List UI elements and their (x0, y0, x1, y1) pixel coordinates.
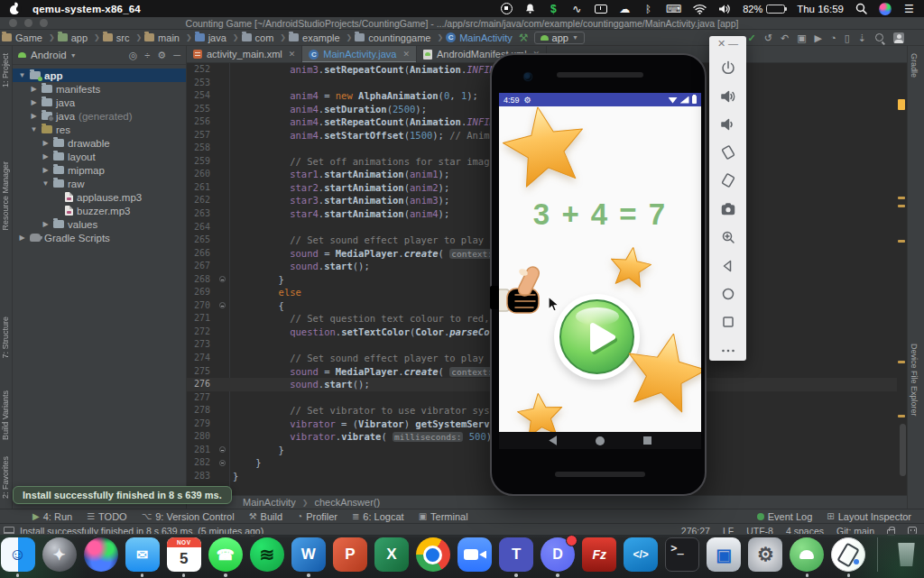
tab-MainActivity-java[interactable]: CMainActivity.java✕ (302, 46, 417, 62)
build-hammer-icon[interactable]: ⚒ (519, 32, 529, 44)
close-icon[interactable]: ✕ (402, 50, 410, 59)
toolwindow-button-terminal[interactable]: ▣Terminal (419, 511, 468, 522)
run-tool-button[interactable]: ▶ (815, 32, 822, 44)
dock-item-android-emulator[interactable] (831, 537, 866, 577)
breadcrumb-item-main[interactable]: main❯ (144, 32, 192, 43)
screen-record-icon[interactable] (501, 2, 513, 16)
tree-item-applause-mp3[interactable]: applause.mp3 (13, 190, 186, 204)
volume-up-button[interactable] (720, 88, 736, 105)
more-options-button[interactable] (720, 343, 736, 359)
dock-item-mail[interactable]: ✉ (125, 537, 160, 577)
breadcrumb-item-Game[interactable]: Game❯ (2, 32, 55, 43)
battery-indicator[interactable]: 82% (743, 4, 785, 14)
dock-item-terminal[interactable]: >_ (665, 537, 700, 577)
dock-item-excel[interactable]: X (374, 537, 409, 577)
apple-logo-icon[interactable] (9, 4, 20, 14)
dock-item-discord[interactable]: D (541, 537, 576, 577)
display-windows-icon[interactable] (595, 2, 607, 16)
commit-button[interactable]: ✓ (748, 32, 756, 44)
tree-item-mipmap[interactable]: ▶mipmap (13, 163, 186, 177)
breadcrumb-method[interactable]: checkAnswer() (314, 497, 380, 508)
phone-side-button[interactable] (490, 286, 499, 309)
error-stripe[interactable] (897, 63, 907, 495)
dock-item-calendar[interactable]: NOV5 (166, 537, 201, 577)
tree-item-drawable[interactable]: ▶drawable (13, 136, 186, 150)
breadcrumb-item-app[interactable]: app❯ (58, 32, 100, 43)
tree-item-values[interactable]: ▶values (13, 217, 186, 231)
emulator-close-button[interactable]: ✕ (717, 39, 725, 49)
menubar-app-name[interactable]: qemu-system-x86_64 (32, 4, 141, 14)
sync-gradle-button[interactable]: ⇣ (858, 32, 866, 44)
toolwindow-button-inspector[interactable]: ⊞Layout Inspector (827, 511, 911, 522)
tree-item-res[interactable]: ▼res (13, 123, 186, 136)
fold-marker-icon[interactable] (219, 446, 226, 453)
history-button[interactable]: ↺ (764, 32, 772, 44)
spotlight-search-icon[interactable] (855, 2, 867, 16)
profiler-button[interactable]: ◔ (830, 32, 836, 43)
emulator-minimize-button[interactable]: — (728, 39, 738, 49)
zoom-in-button[interactable] (720, 229, 736, 245)
breadcrumb-item-com[interactable]: com❯ (242, 32, 286, 43)
toolwindow-stripe-gradle[interactable]: Gradle (910, 53, 919, 78)
toolwindow-button-build[interactable]: ⚒Build (249, 511, 282, 522)
dock-item-virtualbox[interactable]: ▣ (707, 537, 742, 577)
volume-down-button[interactable] (720, 116, 736, 133)
volume-icon[interactable] (718, 2, 731, 16)
siri-icon[interactable] (879, 3, 892, 15)
dock-item-system-preferences[interactable]: ⚙ (748, 537, 783, 577)
rollback-button[interactable]: ↶ (781, 32, 789, 44)
dock-item-filezilla[interactable]: Fz (582, 537, 617, 577)
toolwindow-button-eventlog[interactable]: Event Log (757, 511, 813, 522)
toolwindow-stripe-1-project[interactable]: 1: Project (1, 53, 10, 87)
toolwindow-stripe-7-structure[interactable]: 7: Structure (1, 317, 10, 359)
rotate-left-button[interactable] (720, 144, 736, 161)
dock-item-teams[interactable]: T (499, 537, 534, 577)
notification-balloon[interactable]: Install successfully finished in 8 s 639… (13, 486, 232, 504)
locate-file-button[interactable]: ◎ (129, 50, 138, 61)
settings-gear-icon[interactable]: ⚙ (157, 50, 166, 61)
wifi-icon[interactable] (693, 2, 707, 16)
profile-avatar[interactable] (893, 32, 904, 43)
tree-item-Gradle-Scripts[interactable]: ▶Gradle Scripts (13, 231, 186, 244)
breadcrumb-item-example[interactable]: example❯ (289, 32, 352, 43)
overview-button[interactable] (643, 436, 651, 445)
tab-activity-main-xml[interactable]: activity_main.xml✕ (187, 46, 302, 62)
tree-item-manifests[interactable]: ▶manifests (13, 82, 186, 96)
emu-home-button[interactable] (720, 286, 736, 302)
dock-item-word[interactable]: W (291, 537, 326, 577)
tree-item-raw[interactable]: ▼raw (13, 177, 186, 190)
power-button[interactable] (720, 60, 736, 76)
dock-item-finder[interactable]: ☺ (0, 537, 35, 577)
toolwindow-stripe-2-favorites[interactable]: 2: Favorites (1, 456, 10, 499)
dock-item-whatsapp[interactable]: ☎ (208, 537, 243, 577)
toolwindow-button-profiler[interactable]: ◔Profiler (297, 511, 337, 522)
dock-item-chrome[interactable] (415, 537, 450, 577)
toolwindow-button-run[interactable]: ▶4: Run (32, 511, 72, 522)
breadcrumb-item-countinggame[interactable]: countinggame❯ (355, 32, 443, 43)
fold-marker-icon[interactable] (219, 276, 226, 282)
project-structure-button[interactable]: ▣ (797, 32, 806, 44)
toolwindow-button-todo[interactable]: ☰TODO (87, 511, 127, 522)
toolwindow-stripe-build-variants[interactable]: Build Variants (1, 390, 10, 440)
search-everywhere-button[interactable] (874, 32, 885, 43)
fold-marker-icon[interactable] (219, 460, 226, 466)
tree-item-app[interactable]: ▼app (13, 69, 186, 82)
phone-screen[interactable]: 4:59 ⚙ 3 + 4 = 7 (499, 93, 701, 449)
toolwindow-button-logcat[interactable]: ≣6: Logcat (352, 511, 404, 522)
device-manager-button[interactable]: ▯ (845, 32, 850, 44)
breadcrumb-item-src[interactable]: src❯ (103, 32, 142, 43)
collapse-all-button[interactable]: ÷ (144, 50, 150, 61)
home-button[interactable] (596, 436, 605, 445)
tree-item-java[interactable]: ▶java (generated) (13, 109, 186, 123)
toolwindow-stripe-device-file-explorer[interactable]: Device File Explorer (910, 344, 919, 417)
breadcrumb-item-java[interactable]: java❯ (195, 32, 239, 43)
dollar-status-icon[interactable]: $ (548, 2, 559, 16)
scrollbar-thumb[interactable] (900, 424, 906, 476)
close-icon[interactable]: ✕ (289, 50, 296, 59)
breadcrumb-class[interactable]: MainActivity (243, 497, 296, 508)
control-center-icon[interactable]: ☰ (903, 2, 915, 16)
toolwindow-stripe-resource-manager[interactable]: Resource Manager (1, 161, 10, 231)
keyboard-icon[interactable]: ⌨ (666, 2, 681, 16)
emu-overview-button[interactable] (720, 314, 736, 330)
emu-back-button[interactable] (720, 258, 736, 274)
